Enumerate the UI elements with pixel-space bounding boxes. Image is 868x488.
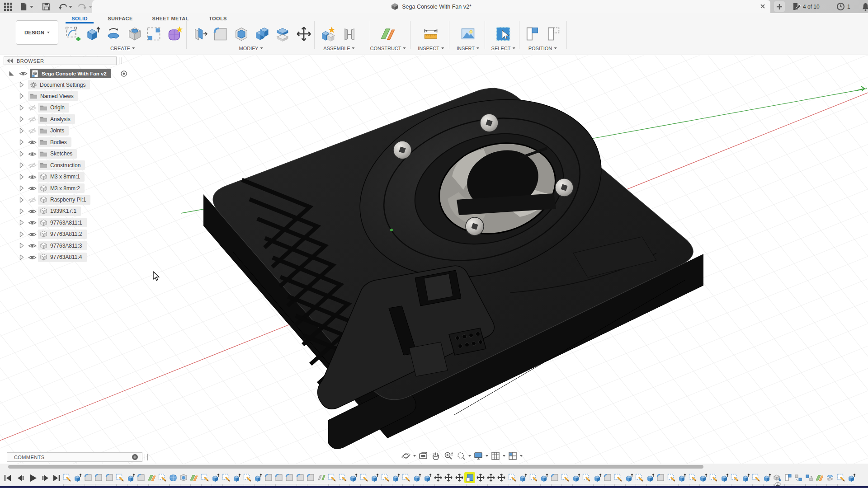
tree-collapsed-icon[interactable] xyxy=(18,81,25,88)
timeline-feature-extrude[interactable] xyxy=(423,473,432,482)
timeline-feature-construction-plane[interactable] xyxy=(815,473,824,482)
timeline-feature-extrude[interactable] xyxy=(211,473,220,482)
timeline-feature-move[interactable] xyxy=(497,473,506,482)
timeline-feature-extrude[interactable] xyxy=(624,473,633,482)
timeline-feature-sketch[interactable] xyxy=(381,473,390,482)
tree-collapsed-icon[interactable] xyxy=(18,162,25,169)
fit-caret[interactable] xyxy=(468,455,471,457)
timeline-feature-construction-plane[interactable] xyxy=(189,473,198,482)
visibility-on-icon[interactable] xyxy=(28,243,37,249)
timeline-feature-sketch[interactable] xyxy=(709,473,718,482)
browser-item-bodies[interactable]: Bodies xyxy=(0,137,149,147)
timeline-feature-joint[interactable] xyxy=(794,473,803,482)
visibility-off-icon[interactable] xyxy=(28,162,37,169)
browser-item-pill[interactable]: Construction xyxy=(38,160,85,170)
tab-counter[interactable]: 4 of 10 xyxy=(792,0,820,13)
browser-item-construction[interactable]: Construction xyxy=(0,160,149,170)
grid-settings-caret[interactable] xyxy=(503,455,505,457)
undo-caret[interactable] xyxy=(69,6,72,8)
timeline-feature-extrude[interactable] xyxy=(253,473,262,482)
timeline-feature-extrude[interactable] xyxy=(232,473,241,482)
timeline-feature-fillet[interactable] xyxy=(296,473,305,482)
timeline-feature-sketch[interactable] xyxy=(401,473,410,482)
timeline-feature-sketch[interactable] xyxy=(582,473,591,482)
notification-bell-icon[interactable] xyxy=(861,2,868,12)
browser-item-pill[interactable]: Sketches xyxy=(38,149,77,159)
visibility-off-icon[interactable] xyxy=(28,197,37,203)
timeline-feature-extrude[interactable] xyxy=(741,473,750,482)
redo-caret[interactable] xyxy=(89,6,92,8)
timeline-feature-combine[interactable] xyxy=(465,473,474,482)
pattern-icon[interactable] xyxy=(146,26,162,42)
press-pull-icon[interactable] xyxy=(192,26,208,42)
tab-sheet-metal[interactable]: SHEET METAL xyxy=(152,16,189,21)
revert-position-icon[interactable] xyxy=(545,26,561,42)
timeline-feature-sketch[interactable] xyxy=(338,473,347,482)
browser-item-pill[interactable]: Joints xyxy=(38,126,69,136)
activate-component-radio[interactable] xyxy=(120,70,127,77)
group-select[interactable]: SELECT xyxy=(491,46,515,51)
tree-collapsed-icon[interactable] xyxy=(18,208,25,215)
browser-item-1939k17-1[interactable]: 1939K17:1 xyxy=(0,206,149,216)
group-construct[interactable]: CONSTRUCT xyxy=(370,46,406,51)
timeline-feature-fillet[interactable] xyxy=(285,473,294,482)
timeline-feature-sketch[interactable] xyxy=(359,473,368,482)
zoom-icon[interactable] xyxy=(443,450,454,461)
group-insert[interactable]: INSERT xyxy=(457,46,479,51)
group-inspect[interactable]: INSPECT xyxy=(418,46,444,51)
timeline-feature-move[interactable] xyxy=(486,473,495,482)
tree-collapsed-icon[interactable] xyxy=(18,93,25,99)
timeline-feature-form[interactable] xyxy=(169,473,178,482)
timeline-feature-shell[interactable] xyxy=(179,473,188,482)
timeline-feature-sketch[interactable] xyxy=(635,473,644,482)
visibility-on-icon[interactable] xyxy=(28,151,37,157)
tree-collapsed-icon[interactable] xyxy=(18,104,25,111)
tree-collapsed-icon[interactable] xyxy=(18,185,25,192)
visibility-on-icon[interactable] xyxy=(28,139,37,145)
timeline-feature-fillet[interactable] xyxy=(137,473,146,482)
visibility-on-icon[interactable] xyxy=(28,231,37,238)
visibility-off-icon[interactable] xyxy=(28,128,37,134)
timeline-feature-extrude[interactable] xyxy=(412,473,421,482)
close-tab-icon[interactable] xyxy=(759,2,767,10)
browser-item-97763a811-4[interactable]: 97763A811:4 xyxy=(0,253,149,263)
timeline-feature-sketch[interactable] xyxy=(327,473,336,482)
hole-icon[interactable] xyxy=(127,26,143,42)
browser-panel-grip[interactable] xyxy=(119,57,122,64)
timeline-feature-extrude[interactable] xyxy=(698,473,708,482)
job-status[interactable]: 1 xyxy=(836,0,850,13)
browser-item-joints[interactable]: Joints xyxy=(0,126,149,136)
viewports-caret[interactable] xyxy=(520,455,523,457)
browser-item-pill[interactable]: 97763A811:1 xyxy=(38,218,87,227)
timeline-feature-joint-origin[interactable] xyxy=(805,473,814,482)
construct-plane-icon[interactable] xyxy=(380,26,396,42)
move-copy-icon[interactable] xyxy=(296,26,312,42)
timeline-feature-capture-position[interactable] xyxy=(783,473,793,482)
timeline-feature-extrude[interactable] xyxy=(720,473,729,482)
browser-item-named-views[interactable]: Named Views xyxy=(0,91,149,101)
revolve-icon[interactable] xyxy=(105,26,122,42)
grid-settings-icon[interactable] xyxy=(490,450,501,461)
tree-collapsed-icon[interactable] xyxy=(18,197,25,203)
file-menu-caret[interactable] xyxy=(30,6,33,8)
timeline-feature-fillet[interactable] xyxy=(274,473,283,482)
tab-tools[interactable]: TOOLS xyxy=(209,16,227,21)
timeline-feature-fillet[interactable] xyxy=(84,473,93,482)
timeline-feature-extrude[interactable] xyxy=(391,473,400,482)
browser-item-97763a811-2[interactable]: 97763A811:2 xyxy=(0,230,149,239)
timeline-feature-sketch[interactable] xyxy=(115,473,124,482)
timeline-step-forward-button[interactable] xyxy=(41,473,51,483)
timeline-feature-construction-plane[interactable] xyxy=(147,473,156,482)
capture-position-icon[interactable] xyxy=(524,26,540,42)
timeline-feature-sketch[interactable] xyxy=(667,473,676,482)
browser-item-sega-console-with-fan-v2[interactable]: Sega Console With Fan v2 xyxy=(0,69,149,79)
joint-icon[interactable] xyxy=(341,26,358,42)
timeline-feature-sketch[interactable] xyxy=(613,473,623,482)
browser-item-pill[interactable]: 97763A811:2 xyxy=(38,230,87,239)
collapse-panel-icon[interactable] xyxy=(7,58,13,63)
horizontal-scrollbar[interactable] xyxy=(8,465,703,469)
browser-item-pill[interactable]: Bodies xyxy=(38,137,71,147)
timeline-feature-sketch[interactable] xyxy=(243,473,252,482)
browser-item-document-settings[interactable]: Document Settings xyxy=(0,80,149,90)
browser-item-analysis[interactable]: Analysis xyxy=(0,114,149,124)
